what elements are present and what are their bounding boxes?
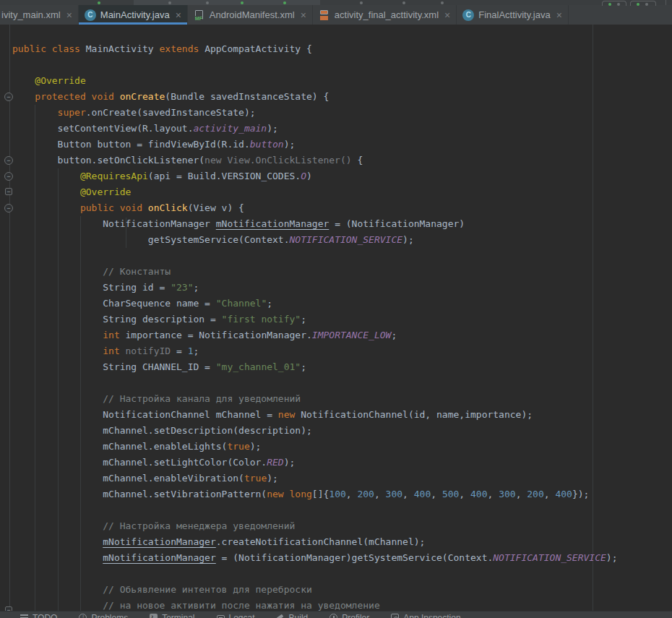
toolbar-separator: [665, 0, 666, 5]
code-line[interactable]: mChannel.setLightColor(Color.RED);: [12, 455, 672, 471]
tab-close-icon[interactable]: ×: [301, 10, 306, 20]
code-line[interactable]: // Обьявление интентов для переброски: [12, 582, 672, 598]
tool-window-label: Build: [289, 613, 309, 618]
problems-icon: [79, 614, 87, 618]
code-line[interactable]: mChannel.enableLights(true);: [12, 439, 672, 455]
code-line[interactable]: mChannel.setDescription(description);: [12, 423, 672, 439]
code-line[interactable]: @Override: [12, 184, 672, 200]
editor-tab[interactable]: CFinalActtivity.java×: [457, 5, 569, 25]
tab-label: MainActivity.java: [100, 9, 170, 20]
device-status-dot: [608, 3, 611, 6]
editor-tab[interactable]: activity_final_acttivity.xml×: [313, 5, 457, 25]
app-inspection-icon: [391, 614, 399, 618]
editor-tab[interactable]: CMainActivity.java×: [79, 5, 188, 25]
editor-tab[interactable]: ivity_main.xml×: [0, 5, 79, 25]
code-line[interactable]: button.setOnClickListener(new View.OnCli…: [12, 153, 672, 168]
profiler-icon: [329, 614, 337, 618]
code-line[interactable]: [12, 566, 672, 582]
layout-xml-icon: [319, 9, 330, 21]
code-line[interactable]: protected void onCreate(Bundle savedInst…: [12, 89, 672, 105]
todo-icon: [20, 614, 28, 618]
code-line[interactable]: // Константы: [12, 264, 672, 280]
toolbar-dot: [168, 1, 171, 4]
fold-icon[interactable]: −: [4, 156, 13, 165]
tool-window-label: TODO: [33, 613, 57, 618]
code-editor[interactable]: public class MainActivity extends AppCom…: [0, 25, 672, 618]
manifest-icon: MF: [194, 9, 205, 21]
code-line[interactable]: String description = "first notify";: [12, 312, 672, 327]
code-line[interactable]: int importance = NotificationManager.IMP…: [12, 327, 672, 343]
toolbar-dot: [441, 1, 444, 4]
code-area[interactable]: public class MainActivity extends AppCom…: [0, 25, 672, 618]
logcat-icon: [217, 615, 225, 618]
fold-icon[interactable]: −: [4, 204, 13, 213]
toolbar-dot: [360, 1, 363, 4]
tool-window-button-build[interactable]: Build: [277, 613, 309, 618]
tab-close-icon[interactable]: ×: [556, 10, 562, 20]
toolbar-dot: [645, 3, 648, 6]
build-icon: [277, 614, 285, 618]
code-line[interactable]: String CHANNEL_ID = "my_channel_01";: [12, 359, 672, 375]
code-line[interactable]: mChannel.setVibrationPattern(new long[]{…: [12, 486, 672, 502]
tool-window-button-terminal[interactable]: Terminal: [150, 613, 194, 618]
tab-close-icon[interactable]: ×: [176, 10, 181, 20]
fold-icon[interactable]: −: [4, 172, 13, 181]
run-status-dot: [283, 1, 286, 4]
run-status-dot: [241, 1, 244, 4]
tab-label: FinalActtivity.java: [478, 9, 550, 20]
code-line[interactable]: public class MainActivity extends AppCom…: [12, 41, 672, 57]
code-line[interactable]: int notifyID = 1;: [12, 343, 672, 359]
editor-tab-bar: ivity_main.xml×CMainActivity.java×MFAndr…: [0, 5, 672, 25]
code-line[interactable]: mChannel.enableVibration(true);: [12, 471, 672, 486]
tab-close-icon[interactable]: ×: [444, 10, 450, 20]
code-line[interactable]: [12, 502, 672, 518]
tool-window-button-profiler[interactable]: Profiler: [329, 613, 369, 618]
tool-window-button-problems[interactable]: Problems: [79, 613, 128, 618]
code-line[interactable]: [12, 375, 672, 391]
code-line[interactable]: [12, 248, 672, 264]
tool-window-label: Terminal: [162, 613, 194, 618]
tool-window-button-app-inspection[interactable]: App Inspection: [391, 613, 460, 618]
tab-label: activity_final_acttivity.xml: [335, 9, 439, 20]
code-line[interactable]: setContentView(R.layout.activity_main);: [12, 121, 672, 137]
run-config-button-fragment: [134, 0, 320, 5]
tool-window-button-todo[interactable]: TODO: [20, 613, 57, 618]
tab-label: AndroidManifest.xml: [210, 9, 295, 20]
code-line[interactable]: // Настройка менеджера уведомлений: [12, 518, 672, 534]
tab-close-icon[interactable]: ×: [66, 10, 72, 20]
code-line[interactable]: getSystemService(Context.NOTIFICATION_SE…: [12, 232, 672, 248]
tool-window-label: Logcat: [229, 613, 255, 618]
tool-window-label: Profiler: [342, 613, 369, 618]
tool-window-bar: TODOProblemsTerminalLogcatBuildProfilerA…: [0, 611, 672, 618]
editor-tab[interactable]: MFAndroidManifest.xml×: [188, 5, 313, 25]
code-line[interactable]: @Override: [12, 73, 672, 89]
run-status-dot: [98, 1, 100, 4]
code-line[interactable]: Button button = findViewById(R.id.button…: [12, 137, 672, 153]
toolbar-button-fragment: [630, 1, 656, 6]
code-line[interactable]: CharSequence name = "Channel";: [12, 296, 672, 312]
code-line[interactable]: NotificationManager mNotificationManager…: [12, 216, 672, 232]
tool-window-label: App Inspection: [403, 613, 460, 618]
toolbar-dot: [402, 1, 405, 4]
code-line[interactable]: String id = "23";: [12, 280, 672, 296]
toolbar-dot: [206, 1, 209, 4]
java-class-icon: C: [462, 9, 474, 21]
device-status-dot: [637, 3, 639, 6]
code-line[interactable]: mNotificationManager = (NotificationMana…: [12, 550, 672, 566]
tool-window-button-logcat[interactable]: Logcat: [217, 613, 255, 618]
code-line[interactable]: super.onCreate(savedInstanceState);: [12, 105, 672, 121]
code-line[interactable]: [12, 57, 672, 73]
code-line[interactable]: NotificationChannel mChannel = new Notif…: [12, 407, 672, 423]
code-line[interactable]: // Настройка канала для уведомлений: [12, 391, 672, 407]
tab-label: ivity_main.xml: [1, 9, 61, 20]
code-line[interactable]: public void onClick(View v) {: [12, 200, 672, 216]
toolbar-dot: [617, 3, 620, 6]
code-line[interactable]: mNotificationManager.createNotificationC…: [12, 534, 672, 550]
tool-window-label: Problems: [91, 613, 128, 618]
fold-icon[interactable]: −: [5, 188, 12, 195]
toolbar-button-fragment: [602, 1, 626, 6]
code-line[interactable]: @RequiresApi(api = Build.VERSION_CODES.O…: [12, 168, 672, 184]
fold-icon[interactable]: −: [4, 93, 13, 101]
toolbar-strip: [0, 0, 672, 5]
terminal-icon: [150, 614, 158, 618]
